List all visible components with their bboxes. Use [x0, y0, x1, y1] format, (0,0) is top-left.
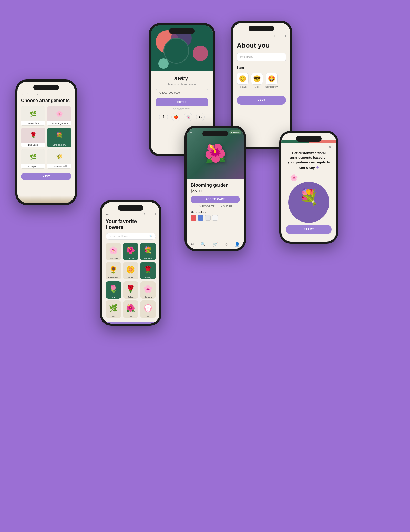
flower-misc3[interactable]: 💮 — — [140, 300, 156, 318]
tulips-label: Tulips — [123, 295, 139, 299]
add-to-cart-button[interactable]: ADD TO CART — [191, 196, 240, 203]
social-login-row: f 🍎 👻 G — [156, 113, 208, 121]
color-red[interactable] — [191, 215, 196, 221]
phone-notch-login — [169, 28, 195, 34]
misc1-label: — — [106, 315, 121, 318]
sunflowers-emoji: 🌻 — [106, 263, 121, 276]
next-button-flowers[interactable]: NEXT — [106, 322, 156, 324]
flower-hortensia[interactable]: 💐 Hortensia — [140, 243, 156, 260]
search-nav-icon[interactable]: 🔍 — [201, 242, 206, 247]
phone-notch-promo — [296, 136, 322, 142]
google-login-button[interactable]: G — [196, 113, 205, 121]
color-white[interactable] — [205, 215, 211, 221]
favorite-button[interactable]: ♡ FAVORITE — [199, 205, 215, 208]
promo-close-button[interactable]: ✕ — [286, 145, 332, 149]
arrangements-grid: 🌿 Centerpiece 🌸 Bar arrangement 🌹 Bud va… — [21, 106, 71, 169]
favorite-label: FAVORITE — [202, 205, 215, 208]
misc3-emoji: 💮 — [140, 301, 156, 315]
flower-lily[interactable]: 🌷 Lily — [106, 281, 121, 299]
flower-peony[interactable]: 🌹 Peony — [140, 262, 156, 279]
gender-self-label: Self-identify — [265, 86, 278, 88]
arrangement-bar[interactable]: 🌸 Bar arrangement — [47, 106, 71, 126]
back-button-product[interactable]: ← — [189, 130, 193, 134]
flower-mum[interactable]: 🌼 Mum — [123, 262, 139, 279]
arrangement-centerpiece[interactable]: 🌿 Centerpiece — [21, 106, 45, 126]
scissors-nav-icon[interactable]: ✂ — [191, 242, 194, 247]
gender-female-label: Female — [239, 86, 247, 88]
promo-line1: Get customized floral — [292, 151, 326, 155]
lily-label: Lily — [106, 295, 121, 299]
phone-input[interactable]: +1 (000) 000-0000 — [156, 89, 208, 96]
next-button-about[interactable]: NEXT — [237, 96, 286, 105]
promo-flower-decoration: 🌸 — [290, 174, 298, 181]
gerbera-label: Gerbera — [140, 295, 156, 299]
profile-nav-icon[interactable]: 👤 — [235, 242, 240, 247]
progress-about: 1 ——— 4 — [274, 35, 286, 37]
arrangement-long-low[interactable]: 💐 Long and low — [47, 128, 71, 147]
product-flower-emoji: 🌺 — [204, 143, 227, 164]
mum-emoji: 🌼 — [123, 263, 139, 276]
mum-label: Mum — [123, 276, 139, 279]
flowers-title: Your favorite flowers — [106, 218, 156, 230]
gender-female-emoji[interactable]: 😊 — [237, 73, 249, 85]
phone-notch-product — [202, 131, 228, 136]
gender-selection-row: 😊 Female 😎 Male 🤩 Self-identify — [237, 73, 286, 88]
carnation-label: Carnation — [106, 257, 121, 260]
colors-section: Main colors: — [191, 210, 240, 221]
about-title: About you — [237, 42, 286, 49]
arrangement-loose-wild[interactable]: 🌾 Loose and wild — [47, 149, 71, 169]
gender-self-identify[interactable]: 🤩 Self-identify — [265, 73, 278, 88]
flower-orchid[interactable]: 🌺 Orchid — [123, 243, 139, 260]
colors-label: Main colors: — [191, 210, 240, 214]
orchid-emoji: 🌺 — [123, 244, 139, 257]
progress-flowers: 1 ——— 3 — [144, 213, 156, 216]
flower-gerbera[interactable]: 🌸 Gerbera — [140, 281, 156, 299]
color-light[interactable] — [212, 215, 218, 221]
color-blue[interactable] — [198, 215, 203, 221]
flower-carnation[interactable]: 🌸 Carnation — [106, 243, 121, 260]
phone-flowers: ← 1 ——— 3 Your favorite flowers Search f… — [100, 200, 161, 326]
enter-button[interactable]: ENTER — [156, 98, 208, 106]
product-title: Blooming garden — [191, 183, 240, 188]
next-button-arrangements[interactable]: NEXT — [21, 173, 71, 180]
flower-sunflowers[interactable]: 🌻 Sunflowers — [106, 262, 121, 279]
birthday-input[interactable]: My birthday — [237, 53, 286, 61]
misc3-label: — — [140, 315, 156, 318]
facebook-login-button[interactable]: f — [159, 113, 168, 121]
cart-nav-icon[interactable]: 🛒 — [213, 242, 218, 247]
arrangement-compact[interactable]: 🌿 Compact — [21, 149, 45, 169]
arrangements-title: Choose arrangements — [21, 98, 71, 103]
hortensia-emoji: 💐 — [140, 244, 156, 257]
arrangement-bud-vase[interactable]: 🌹 Bud vase — [21, 128, 45, 147]
start-button[interactable]: START — [286, 225, 332, 234]
or-label: OR ENTER WITH — [156, 108, 208, 111]
app-logo: Kwity+ — [156, 75, 208, 82]
flowers-grid: 🌸 Carnation 🌺 Orchid 💐 Hortensia 🌻 Sunfl… — [106, 243, 156, 318]
back-button-flowers[interactable]: ← — [106, 212, 109, 216]
heart-nav-icon[interactable]: ♡ — [224, 242, 228, 247]
flower-tulips[interactable]: 🌹 Tulips — [123, 281, 139, 299]
search-placeholder: Search for flowers... — [109, 235, 132, 238]
login-subtitle: Enter your phone number — [156, 83, 208, 86]
share-label: SHARE — [223, 205, 232, 208]
misc1-emoji: 🌿 — [106, 301, 121, 315]
apple-login-button[interactable]: 🍎 — [171, 113, 180, 121]
flower-misc1[interactable]: 🌿 — — [106, 300, 121, 318]
flowers-search-input[interactable]: Search for flowers... 🔍 — [106, 233, 156, 240]
phone-promo: ✕ Get customized floral arrangements bas… — [279, 131, 338, 244]
tulips-emoji: 🌹 — [123, 282, 139, 295]
lily-emoji: 🌷 — [106, 282, 121, 295]
back-button-arrangements[interactable]: ← — [21, 92, 25, 96]
gender-male-label: Male — [254, 86, 260, 88]
share-button[interactable]: ↗ SHARE — [220, 205, 232, 208]
hortensia-label: Hortensia — [140, 257, 156, 260]
gender-male-emoji[interactable]: 😎 — [251, 73, 263, 85]
gender-female[interactable]: 😊 Female — [237, 73, 249, 88]
back-button-about[interactable]: ← — [237, 34, 240, 38]
snapchat-login-button[interactable]: 👻 — [184, 113, 192, 121]
gender-male[interactable]: 😎 Male — [251, 73, 263, 88]
flower-misc2[interactable]: 🌺 — — [123, 300, 139, 318]
promo-line4: with Kwity — [299, 166, 315, 170]
promo-text: Get customized floral arrangements based… — [286, 151, 332, 170]
gender-self-emoji[interactable]: 🤩 — [266, 73, 278, 85]
